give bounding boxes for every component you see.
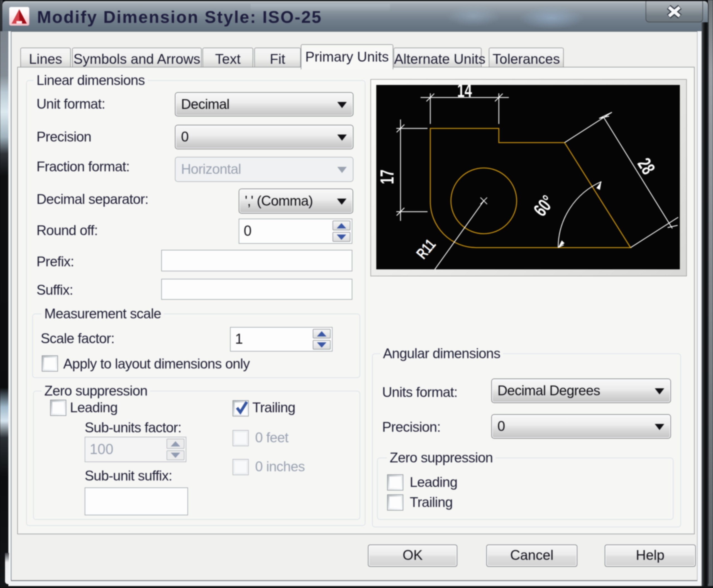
svg-text:60°: 60° bbox=[529, 191, 558, 220]
svg-text:28: 28 bbox=[634, 154, 659, 178]
svg-text:14: 14 bbox=[457, 85, 472, 101]
svg-text:R11: R11 bbox=[413, 236, 439, 262]
svg-text:17: 17 bbox=[377, 170, 397, 184]
